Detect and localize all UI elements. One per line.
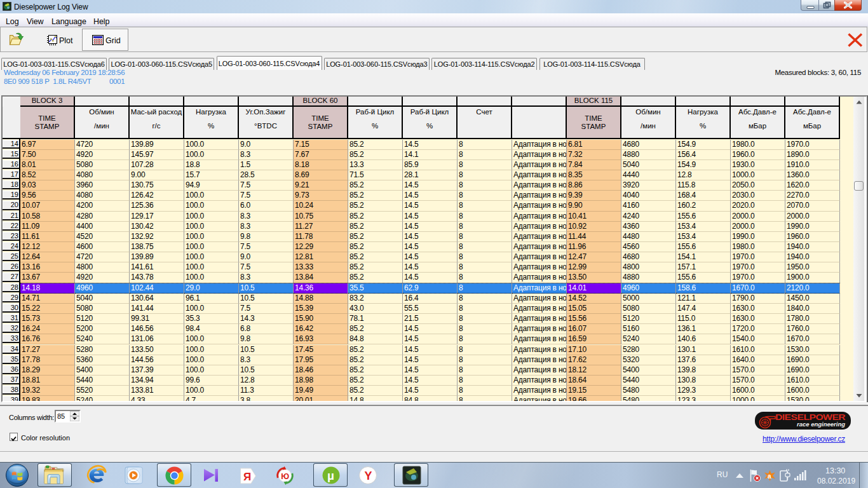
svg-text:µ: µ	[327, 469, 334, 482]
svg-text:Y: Y	[365, 470, 372, 482]
svg-text:Ю: Ю	[281, 472, 289, 481]
svg-text:Я: Я	[243, 471, 251, 483]
svg-text:a: a	[768, 473, 771, 480]
